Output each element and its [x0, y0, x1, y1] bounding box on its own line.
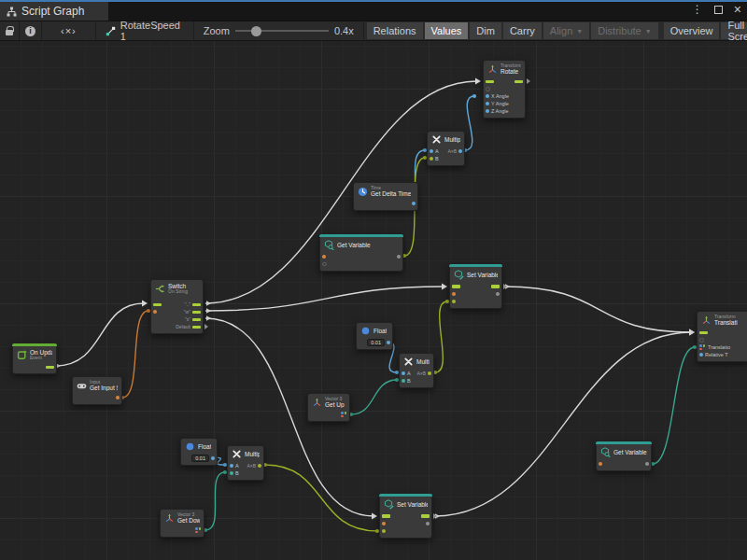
wire-vector[interactable]: [205, 472, 225, 530]
value-port[interactable]: [258, 464, 261, 468]
maximize-icon[interactable]: [714, 6, 723, 14]
flow-port[interactable]: [382, 514, 390, 518]
toolbar-button-label: Overview: [670, 25, 713, 36]
value-port[interactable]: [458, 149, 462, 153]
value-port[interactable]: [486, 109, 489, 113]
value-port[interactable]: [645, 462, 649, 466]
value-port[interactable]: [426, 522, 430, 525]
node-multiply-1[interactable]: MultiplyAA×BB: [427, 131, 465, 166]
flow-port[interactable]: [192, 303, 201, 307]
toolbar-button-carry[interactable]: Carry: [503, 22, 542, 39]
value-input-field[interactable]: 0.01: [191, 455, 209, 462]
port-row: [380, 520, 431, 527]
value-port[interactable]: [486, 94, 489, 98]
flow-port[interactable]: [46, 366, 54, 370]
value-port[interactable]: [412, 202, 416, 205]
node-float-1[interactable]: Float0.01: [356, 322, 393, 350]
value-port[interactable]: [382, 529, 386, 533]
graph-canvas[interactable]: TransformRotateX AngleY AngleZ AngleMult…: [0, 41, 747, 560]
vector3-port[interactable]: [195, 527, 202, 533]
value-port[interactable]: [387, 341, 390, 344]
value-port[interactable]: [452, 292, 456, 296]
node-get-input-string[interactable]: InputGet Input Strin: [72, 376, 122, 405]
lock-button[interactable]: [0, 21, 20, 40]
value-port[interactable]: [452, 300, 456, 303]
value-port[interactable]: [402, 379, 405, 383]
wire-flow[interactable]: [504, 287, 691, 332]
flow-port[interactable]: [514, 80, 523, 84]
value-port[interactable]: [230, 464, 233, 468]
wire-string[interactable]: [122, 311, 148, 398]
wire-olive[interactable]: [265, 465, 377, 531]
flow-port[interactable]: [192, 326, 201, 329]
wire-olive[interactable]: [435, 301, 447, 372]
node-get-delta-time[interactable]: TimeGet Delta Time: [353, 182, 418, 211]
node-get-up[interactable]: Vector 3Get Up: [307, 393, 350, 422]
value-input-field[interactable]: 0.01: [367, 339, 385, 346]
toolbar-button-values[interactable]: Values: [425, 22, 469, 39]
wire-vector[interactable]: [653, 347, 695, 464]
node-set-variable-2[interactable]: Set Variable: [379, 494, 432, 539]
flow-port[interactable]: [153, 303, 162, 307]
port-row: Y Angle: [484, 100, 525, 107]
node-get-down[interactable]: Vector 3Get Down: [160, 509, 204, 538]
value-port[interactable]: [496, 292, 500, 296]
value-port[interactable]: [428, 371, 431, 375]
wire-number[interactable]: [465, 96, 474, 150]
value-port[interactable]: [153, 310, 157, 314]
node-on-update[interactable]: On UpdateEvent: [12, 343, 57, 374]
window-menu-icon[interactable]: ⋮: [692, 4, 703, 15]
flow-port[interactable]: [421, 514, 430, 518]
value-port[interactable]: [230, 471, 233, 475]
flow-port[interactable]: [491, 285, 500, 288]
wire-flow[interactable]: [205, 287, 444, 311]
value-port[interactable]: [699, 353, 703, 357]
flow-port[interactable]: [452, 285, 460, 288]
value-port[interactable]: [599, 462, 602, 466]
flow-port[interactable]: [192, 318, 201, 322]
node-switch-on-string[interactable]: SwitchOn String"..""w""s"Default: [150, 279, 204, 334]
value-port[interactable]: [322, 255, 326, 259]
inspect-button[interactable]: i: [20, 21, 42, 40]
value-port[interactable]: [397, 255, 401, 259]
multiply-icon: [431, 134, 442, 145]
wire-arrow-icon: [475, 78, 481, 85]
node-set-variable-1[interactable]: Set Variable: [449, 264, 502, 309]
vector3-port[interactable]: [341, 412, 347, 417]
value-port[interactable]: [116, 396, 120, 399]
toolbar-button-relations[interactable]: Relations: [367, 22, 423, 39]
node-float-2[interactable]: Float0.01: [180, 438, 218, 466]
node-get-variable-2[interactable]: Get Variable: [596, 441, 652, 471]
zoom-slider-handle[interactable]: [251, 26, 261, 36]
node-multiply-3[interactable]: MultiplyAA×BB: [227, 445, 264, 481]
zoom-slider[interactable]: [235, 30, 329, 32]
value-port[interactable]: [382, 522, 386, 525]
flow-port[interactable]: [192, 311, 201, 315]
node-get-variable-1[interactable]: Get Variable: [319, 234, 403, 272]
node-title: Float: [198, 443, 211, 450]
node-ports: [597, 458, 651, 470]
wire-vector[interactable]: [351, 380, 397, 414]
flow-port[interactable]: [699, 331, 708, 335]
wire-flow[interactable]: [55, 303, 144, 366]
toolbar-button-full-scre[interactable]: Full Scre: [721, 22, 747, 39]
value-port[interactable]: [430, 149, 433, 153]
node-translate[interactable]: TransformTranslatiTranslatioRelative T: [697, 311, 747, 362]
value-port[interactable]: [402, 371, 405, 375]
tab-script-graph[interactable]: Script Graph: [0, 2, 108, 21]
vector3-component-dot: [699, 344, 702, 347]
value-port[interactable]: [486, 102, 489, 105]
graph-breadcrumb[interactable]: RotateSpeed 1: [96, 21, 194, 40]
close-icon[interactable]: ×: [734, 4, 741, 15]
node-rotate[interactable]: TransformRotateX AngleY AngleZ Angle: [483, 60, 526, 119]
value-port[interactable]: [430, 157, 433, 161]
node-multiply-2[interactable]: MultiplyAA×BB: [399, 353, 434, 388]
toolbar-button-overview[interactable]: Overview: [664, 22, 720, 39]
flow-port[interactable]: [486, 80, 494, 84]
wire-flow[interactable]: [434, 332, 691, 516]
port-row: [308, 411, 349, 418]
code-preview-button[interactable]: ‹×›: [42, 21, 96, 40]
vector3-port[interactable]: [699, 344, 706, 350]
value-port[interactable]: [211, 456, 215, 460]
toolbar-button-dim[interactable]: Dim: [470, 22, 501, 39]
